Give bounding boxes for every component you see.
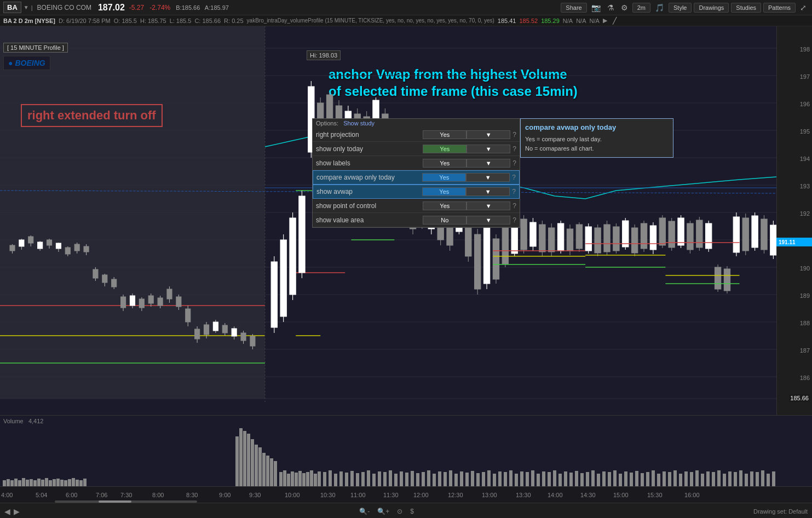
time-600: 6:00 (66, 492, 77, 498)
study-val6: N/A (589, 18, 599, 24)
style-button[interactable]: Style (669, 3, 692, 13)
svg-rect-216 (367, 470, 370, 487)
time-1030: 10:30 (320, 492, 336, 498)
tooltip-text: Yes = compare only last day. No = comapa… (525, 135, 669, 153)
svg-rect-215 (361, 472, 365, 487)
svg-rect-161 (761, 219, 767, 250)
bottom-bar: ◀ ▶ 🔍- 🔍+ ⊙ $ Drawing set: Default (0, 503, 812, 518)
patterns-button[interactable]: Patterns (763, 3, 796, 13)
svg-rect-222 (400, 471, 403, 487)
svg-rect-226 (422, 472, 425, 487)
svg-rect-209 (329, 470, 332, 487)
zoom-reset-btn[interactable]: ⊙ (395, 508, 405, 515)
info-btn-show-labels[interactable]: ? (512, 159, 516, 167)
svg-rect-275 (690, 472, 693, 487)
svg-rect-43 (204, 325, 209, 335)
expand-icon[interactable]: ⤢ (798, 2, 809, 13)
zoom-plus-btn[interactable]: 🔍+ (375, 508, 391, 515)
nav-next-btn[interactable]: ▶ (14, 507, 20, 516)
svg-rect-57 (280, 240, 286, 316)
svg-rect-266 (641, 473, 644, 487)
study-val1: 185.41 (498, 18, 516, 24)
drawings-button[interactable]: Drawings (694, 3, 729, 13)
info-btn-show-only[interactable]: ? (512, 145, 516, 153)
svg-rect-188 (243, 431, 246, 487)
draw-tool-icon[interactable]: ╱ (611, 16, 619, 26)
svg-rect-234 (465, 473, 469, 487)
svg-rect-192 (258, 447, 262, 487)
svg-rect-25 (121, 297, 126, 308)
svg-rect-111 (530, 222, 536, 246)
info-btn-show-poc[interactable]: ? (512, 202, 516, 210)
svg-rect-191 (255, 445, 258, 487)
timeframe-button[interactable]: 2m (632, 3, 650, 13)
svg-rect-280 (717, 470, 721, 487)
svg-rect-125 (595, 228, 601, 253)
time-1230: 12:30 (448, 492, 463, 498)
ticker-symbol[interactable]: BA (3, 2, 21, 13)
info-btn-compare-avwap[interactable]: ? (512, 174, 516, 181)
volume-panel: Volume 4,412 (0, 415, 812, 486)
svg-rect-207 (318, 471, 321, 487)
time-1300: 13:00 (482, 492, 497, 498)
svg-rect-235 (471, 471, 474, 487)
show-study-link[interactable]: Show study (343, 120, 375, 126)
svg-rect-218 (378, 471, 381, 487)
svg-rect-165 (7, 479, 10, 487)
svg-rect-285 (745, 474, 748, 487)
svg-rect-289 (767, 474, 770, 487)
share-button[interactable]: Share (561, 3, 586, 13)
options-label: Options: (316, 120, 342, 126)
volume-bars-svg: 800 600 400 200 thousands (0, 425, 778, 487)
svg-rect-244 (520, 471, 523, 487)
svg-rect-186 (235, 436, 239, 487)
svg-rect-115 (549, 228, 555, 252)
svg-rect-45 (213, 322, 218, 331)
svg-rect-107 (511, 223, 517, 254)
svg-rect-290 (772, 471, 775, 487)
svg-rect-214 (356, 473, 359, 487)
zoom-minus-btn[interactable]: 🔍- (357, 508, 372, 515)
current-price-box: 191.11 (776, 238, 812, 246)
time-400: 4:00 (1, 492, 13, 498)
flask-icon[interactable]: ⚗ (605, 2, 617, 13)
svg-rect-287 (756, 472, 759, 487)
metronome-icon[interactable]: 🎵 (653, 2, 666, 13)
time-1530: 15:30 (647, 492, 663, 498)
svg-rect-264 (630, 473, 633, 487)
info-btn-right-projection[interactable]: ? (512, 131, 516, 139)
svg-rect-137 (650, 226, 656, 250)
svg-rect-15 (74, 244, 79, 251)
separator-icon: | (31, 4, 33, 11)
info-btn-show-va[interactable]: ? (512, 216, 516, 224)
svg-rect-255 (580, 473, 584, 487)
settings-row-show-value-area: show value area No ▼ ? (313, 213, 520, 227)
price-187: 187 (800, 347, 810, 354)
settings-row-right-projection: right projection Yes ▼ ? (313, 128, 520, 142)
svg-rect-262 (619, 474, 622, 487)
camera-icon[interactable]: 📷 (589, 2, 603, 13)
svg-rect-241 (504, 472, 507, 487)
svg-rect-257 (591, 470, 595, 487)
svg-rect-149 (706, 223, 712, 249)
settings-row-show-labels: show labels Yes ▼ ? (313, 156, 520, 170)
svg-rect-103 (493, 239, 499, 279)
scroll-thumb[interactable] (99, 500, 131, 503)
svg-rect-51 (241, 333, 246, 341)
info-btn-show-avwap[interactable]: ? (512, 188, 516, 195)
nav-prev-btn[interactable]: ◀ (4, 507, 10, 516)
settings-row-show-poc: show point of control Yes ▼ ? (313, 199, 520, 213)
time-1400: 14:00 (548, 492, 563, 498)
scroll-indicator[interactable] (55, 500, 197, 503)
svg-rect-139 (659, 218, 665, 245)
svg-rect-281 (723, 474, 726, 487)
svg-rect-283 (734, 472, 737, 487)
studies-button[interactable]: Studies (731, 3, 761, 13)
svg-rect-195 (270, 458, 273, 487)
svg-rect-261 (613, 470, 617, 487)
scroll-right-btn[interactable]: $ (408, 508, 416, 515)
ticker-dropdown-arrow[interactable]: ▼ (24, 4, 29, 10)
svg-rect-61 (299, 196, 305, 273)
gear-icon[interactable]: ⚙ (619, 2, 630, 13)
svg-rect-151 (715, 267, 721, 289)
